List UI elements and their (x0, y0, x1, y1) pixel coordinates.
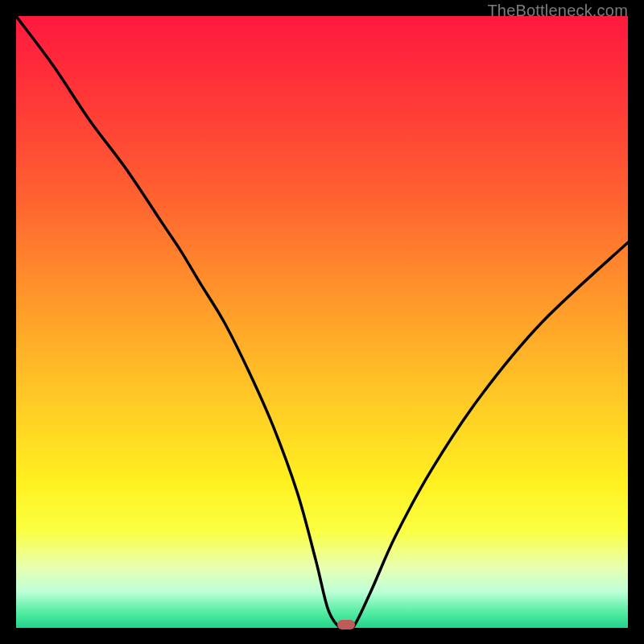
plot-area (16, 16, 628, 628)
bottleneck-curve (16, 16, 628, 628)
optimum-marker (337, 620, 355, 630)
chart-frame: TheBottleneck.com (0, 0, 644, 644)
